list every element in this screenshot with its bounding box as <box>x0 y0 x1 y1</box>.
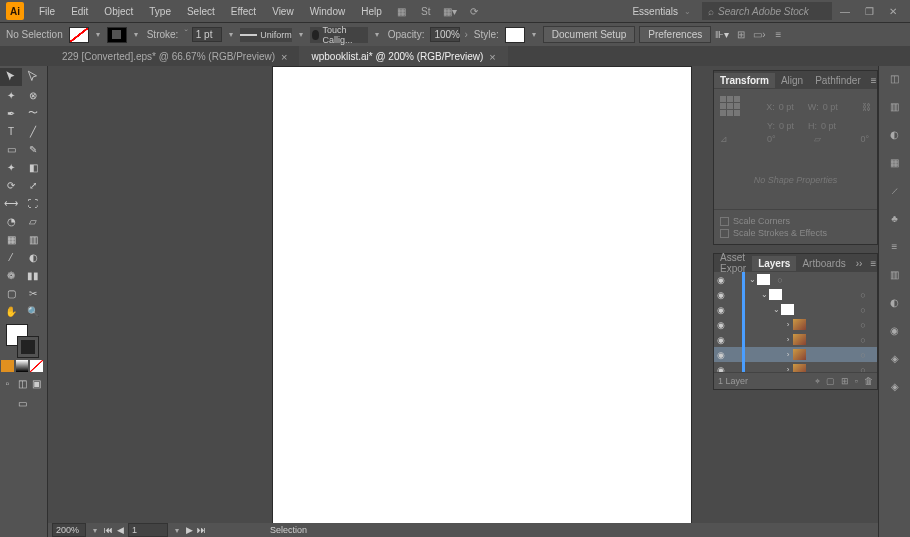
style-dropdown[interactable]: ▾ <box>529 28 539 42</box>
visibility-toggle-icon[interactable]: ◉ <box>714 320 728 330</box>
color-panel-icon[interactable]: ◐ <box>885 124 905 144</box>
reference-point-grid[interactable] <box>720 96 742 118</box>
stroke-profile[interactable]: Uniform <box>240 28 292 42</box>
fill-stroke-indicator[interactable] <box>2 322 45 358</box>
visibility-toggle-icon[interactable]: ◉ <box>714 305 728 315</box>
snap-pixel-icon[interactable]: ▭› <box>753 29 765 40</box>
pen-tool[interactable]: ✒ <box>0 104 22 122</box>
expand-arrow-icon[interactable]: ⌄ <box>747 275 757 284</box>
menu-window[interactable]: Window <box>303 3 353 20</box>
window-maximize[interactable]: ❐ <box>858 2 880 20</box>
line-tool[interactable]: ╱ <box>22 122 44 140</box>
stroke-color-swatch[interactable] <box>17 336 39 358</box>
selection-tool[interactable] <box>0 68 22 86</box>
target-icon[interactable]: ○ <box>857 365 869 373</box>
h-value[interactable]: 0 pt <box>819 121 838 131</box>
stroke-stepper-down[interactable]: ˇ <box>184 29 187 40</box>
zoom-dropdown[interactable]: ▾ <box>90 523 100 537</box>
workspace-switcher[interactable]: Essentials ⌄ <box>624 4 700 18</box>
target-icon[interactable]: ○ <box>857 305 869 315</box>
shear-value[interactable]: 0° <box>858 134 871 144</box>
locate-object-icon[interactable]: ⌖ <box>815 376 820 387</box>
visibility-toggle-icon[interactable]: ◉ <box>714 290 728 300</box>
tab-close-icon[interactable]: × <box>489 51 495 63</box>
properties-panel-icon[interactable]: ◫ <box>885 68 905 88</box>
expand-arrow-icon[interactable]: › <box>783 335 793 344</box>
document-setup-button[interactable]: Document Setup <box>543 26 636 43</box>
delete-layer-icon[interactable]: 🗑 <box>864 376 873 386</box>
symbols-panel-icon[interactable]: ♣ <box>885 208 905 228</box>
mesh-tool[interactable]: ▦ <box>0 230 22 248</box>
perspective-tool[interactable]: ▱ <box>22 212 44 230</box>
curvature-tool[interactable]: 〜 <box>22 104 44 122</box>
target-icon[interactable]: ○ <box>774 275 786 285</box>
zoom-level[interactable]: 200% <box>52 523 86 537</box>
tab-229-converted[interactable]: 229 [Converted].eps* @ 66.67% (RGB/Previ… <box>50 46 299 66</box>
tab-artboards[interactable]: Artboards <box>796 256 851 271</box>
paintbrush-tool[interactable]: ✎ <box>22 140 44 158</box>
expand-arrow-icon[interactable]: › <box>783 365 793 372</box>
opacity-arrow[interactable]: › <box>464 29 467 40</box>
scale-corners-checkbox[interactable] <box>720 217 729 226</box>
artboard[interactable] <box>272 66 692 524</box>
menu-edit[interactable]: Edit <box>64 3 95 20</box>
panel-expand-icon[interactable]: ›› <box>852 258 867 269</box>
color-mode-none[interactable] <box>30 360 43 372</box>
stroke-color-dropdown[interactable]: ▾ <box>131 28 141 42</box>
visibility-toggle-icon[interactable]: ◉ <box>714 350 728 360</box>
brush-preview[interactable]: Touch Callig... <box>310 27 368 43</box>
width-tool[interactable]: ⟷ <box>0 194 22 212</box>
bridge-icon[interactable]: ▦ <box>393 2 411 20</box>
nav-first-icon[interactable]: ⏮ <box>104 525 113 535</box>
panel-menu-icon[interactable]: ≡ <box>867 75 881 86</box>
layer-name[interactable]: ○ <box>774 275 877 285</box>
tab-align[interactable]: Align <box>775 73 809 88</box>
draw-inside[interactable]: ▣ <box>29 374 44 392</box>
menu-type[interactable]: Type <box>142 3 178 20</box>
stroke-weight-dropdown[interactable]: ▾ <box>226 28 236 42</box>
expand-arrow-icon[interactable]: › <box>783 350 793 359</box>
menu-effect[interactable]: Effect <box>224 3 263 20</box>
column-graph-tool[interactable]: ▮▮ <box>22 266 44 284</box>
tab-transform[interactable]: Transform <box>714 73 775 88</box>
free-transform-tool[interactable]: ⛶ <box>22 194 44 212</box>
eyedropper-tool[interactable]: ⁄ <box>0 248 22 266</box>
window-minimize[interactable]: — <box>834 2 856 20</box>
artboard-nav-dropdown[interactable]: ▾ <box>172 523 182 537</box>
rotate-tool[interactable]: ⟳ <box>0 176 22 194</box>
gpu-icon[interactable]: ⟳ <box>465 2 483 20</box>
layer-row[interactable]: ◉›○ <box>714 332 877 347</box>
fill-swatch[interactable] <box>69 27 89 43</box>
hand-tool[interactable]: ✋ <box>0 302 22 320</box>
y-value[interactable]: 0 pt <box>777 121 796 131</box>
slice-tool[interactable]: ✂ <box>22 284 44 302</box>
tab-pathfinder[interactable]: Pathfinder <box>809 73 867 88</box>
draw-behind[interactable]: ◫ <box>15 374 30 392</box>
brushes-panel-icon[interactable]: ⟋ <box>885 180 905 200</box>
layer-row[interactable]: ◉›○ <box>714 347 877 362</box>
libraries-panel-icon[interactable]: ▥ <box>885 96 905 116</box>
direct-selection-tool[interactable] <box>22 68 44 86</box>
layer-row[interactable]: ◉›○ <box>714 317 877 332</box>
essentials-collapse[interactable]: ⊞ <box>737 29 745 40</box>
align-icon[interactable]: ⊪▾ <box>715 29 729 40</box>
appearance-panel-icon[interactable]: ◉ <box>885 320 905 340</box>
layer-row[interactable]: ◉›○ <box>714 362 877 372</box>
clipping-mask-icon[interactable]: ▢ <box>826 376 835 386</box>
magic-wand-tool[interactable]: ✦ <box>0 86 22 104</box>
visibility-toggle-icon[interactable]: ◉ <box>714 275 728 285</box>
tab-layers[interactable]: Layers <box>752 256 796 271</box>
gradient-tool[interactable]: ▥ <box>22 230 44 248</box>
target-icon[interactable]: ○ <box>857 350 869 360</box>
layer-row[interactable]: ◉⌄○ <box>714 302 877 317</box>
graphic-styles-panel-icon[interactable]: ◈ <box>885 348 905 368</box>
search-stock-input[interactable]: ⌕ Search Adobe Stock <box>702 2 832 20</box>
menu-object[interactable]: Object <box>97 3 140 20</box>
color-mode-gradient[interactable] <box>16 360 29 372</box>
fill-dropdown[interactable]: ▾ <box>93 28 103 42</box>
menu-select[interactable]: Select <box>180 3 222 20</box>
screen-mode[interactable]: ▭ <box>0 394 44 412</box>
rectangle-tool[interactable]: ▭ <box>0 140 22 158</box>
tab-close-icon[interactable]: × <box>281 51 287 63</box>
blend-tool[interactable]: ◐ <box>22 248 44 266</box>
